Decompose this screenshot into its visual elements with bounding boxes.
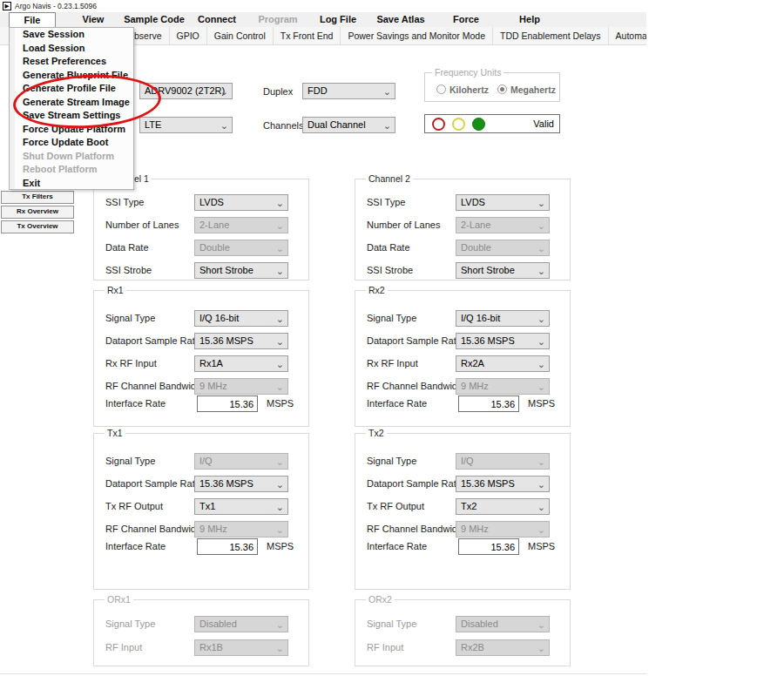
chevron-down-icon: ⌄ [537,335,545,348]
group-title: Channel 2 [366,173,413,184]
menu-item-save-session[interactable]: Save Session [10,28,133,42]
interface-rate-input[interactable] [458,538,519,555]
signal-type-select: Disabled ⌄ [456,616,550,632]
ssi-type-select[interactable]: LVDS ⌄ [456,194,550,211]
interface-rate-input[interactable] [458,395,519,412]
menu-connect[interactable]: Connect [192,12,242,27]
menu-sample-code[interactable]: Sample Code [122,12,186,27]
duplex-select[interactable]: FDD ⌄ [302,83,395,99]
ssi-strobe-select[interactable]: Short Strobe ⌄ [456,262,550,279]
dataport-sample-rate-select[interactable]: 15.36 MSPS ⌄ [194,333,288,349]
menu-item-load-session[interactable]: Load Session [10,42,133,56]
ssi-strobe-select[interactable]: Short Strobe ⌄ [194,262,288,279]
tab-automated-tdd[interactable]: Automated TDD [609,27,646,44]
menu-item-force-update-boot[interactable]: Force Update Boot [10,136,133,150]
dataport-sample-rate-select[interactable]: 15.36 MSPS ⌄ [194,476,288,492]
group-channel2: Channel 2 SSI Type LVDS ⌄ Number of Lane… [355,179,571,281]
window-title: Argo Navis - 0.23.1.5096 [15,2,97,10]
duplex-label: Duplex [263,86,293,97]
chevron-down-icon: ⌄ [537,523,545,537]
sidebar-tab-tx-filters[interactable]: Tx Filters [1,191,74,204]
group-title: ORx1 [105,594,133,605]
signal-type-select[interactable]: I/Q 16-bit ⌄ [456,310,550,327]
tab-power-savings[interactable]: Power Savings and Monitor Mode [341,27,493,44]
menu-help[interactable]: Help [510,12,549,27]
chevron-down-icon: ⌄ [537,312,545,326]
rf-input-select: Rx2B ⌄ [456,639,550,656]
unit-label: MSPS [267,541,294,551]
tab-tx-front-end[interactable]: Tx Front End [274,27,341,44]
chevron-down-icon: ⌄ [537,641,545,655]
chevron-down-icon: ⌄ [220,84,228,98]
signal-type-select[interactable]: I/Q 16-bit ⌄ [194,310,288,327]
group-title: Frequency Units [432,67,504,78]
chevron-down-icon: ⌄ [537,455,545,469]
chevron-down-icon: ⌄ [276,523,284,537]
chevron-down-icon: ⌄ [276,312,284,326]
menu-log-file[interactable]: Log File [310,12,366,27]
tab-gain-control[interactable]: Gain Control [207,27,274,44]
profile-select[interactable]: LTE ⌄ [139,117,233,133]
menu-item-shut-down-platform: Shut Down Platform [10,150,133,164]
menu-view[interactable]: View [70,12,117,27]
channels-label: Channels [263,120,303,131]
kilohertz-radio [436,84,446,94]
group-orx2: ORx2 Signal Type Disabled ⌄ RF Input Rx2… [355,599,571,666]
data-rate-select: Double ⌄ [456,240,550,256]
group-title: Rx1 [105,285,126,295]
chevron-down-icon: ⌄ [537,477,545,491]
ssi-type-select[interactable]: LVDS ⌄ [194,194,288,211]
rf-input-select: Rx1B ⌄ [194,639,288,656]
group-title: Tx2 [366,428,387,438]
rf-channel-bandwidth-select: 9 MHz ⌄ [194,378,288,395]
chevron-down-icon: ⌄ [383,118,391,132]
group-tx2: Tx2 Signal Type I/Q ⌄ Dataport Sample Ra… [355,433,571,590]
green-light-icon [472,118,485,131]
title-bar: ▶ Argo Navis - 0.23.1.5096 [0,0,646,12]
red-light-icon [432,118,445,131]
window-bottom-edge [0,673,646,674]
chevron-down-icon: ⌄ [537,357,545,371]
menu-item-reset-preferences[interactable]: Reset Preferences [10,55,133,69]
number-of-lanes-select: 2-Lane ⌄ [194,217,288,233]
group-channel1: Channel 1 SSI Type LVDS ⌄ Number of Lane… [93,179,309,281]
interface-rate-input[interactable] [197,538,258,555]
tab-gpio[interactable]: GPIO [170,27,207,44]
chevron-down-icon: ⌄ [276,196,284,210]
signal-type-select: I/Q ⌄ [456,453,550,470]
chevron-down-icon: ⌄ [537,380,545,394]
channels-select[interactable]: Dual Channel ⌄ [302,117,395,133]
tab-tdd-enablement-delays[interactable]: TDD Enablement Delays [493,27,609,44]
megahertz-label: Megahertz [510,84,556,95]
menu-item-exit[interactable]: Exit [10,177,133,191]
group-rx2: Rx2 Signal Type I/Q 16-bit ⌄ Dataport Sa… [355,290,571,427]
chevron-down-icon: ⌄ [276,241,284,255]
rx-rf-input-select[interactable]: Rx1A ⌄ [194,355,288,372]
app-play-icon: ▶ [3,2,11,10]
tx-rf-output-select[interactable]: Tx2 ⌄ [456,498,550,515]
chevron-down-icon: ⌄ [276,219,284,233]
dataport-sample-rate-select[interactable]: 15.36 MSPS ⌄ [456,333,550,349]
chevron-down-icon: ⌄ [276,335,284,348]
menu-program: Program [251,12,305,27]
menu-save-atlas[interactable]: Save Atlas [371,12,430,27]
chevron-down-icon: ⌄ [537,618,545,632]
yellow-light-icon [452,118,465,131]
rx-rf-input-select[interactable]: Rx2A ⌄ [456,355,550,372]
menu-item-reboot-platform: Reboot Platform [10,163,133,177]
chevron-down-icon: ⌄ [276,477,284,491]
chevron-down-icon: ⌄ [276,455,284,469]
number-of-lanes-select: 2-Lane ⌄ [456,217,550,233]
sidebar-tab-rx-overview[interactable]: Rx Overview [1,206,74,219]
interface-rate-input[interactable] [197,395,258,412]
argo-navis-window: ▶ Argo Navis - 0.23.1.5096 File View Sam… [0,0,784,676]
dataport-sample-rate-select[interactable]: 15.36 MSPS ⌄ [456,476,550,492]
sidebar-tab-tx-overview[interactable]: Tx Overview [1,220,74,233]
tx-rf-output-select[interactable]: Tx1 ⌄ [194,498,288,515]
validity-status: Valid [533,118,554,129]
menu-file[interactable]: File [9,12,56,27]
signal-type-select: I/Q ⌄ [194,453,288,470]
data-rate-select: Double ⌄ [194,240,288,256]
group-title: ORx2 [366,594,395,605]
menu-force-exception[interactable]: Force Exception [430,12,502,27]
